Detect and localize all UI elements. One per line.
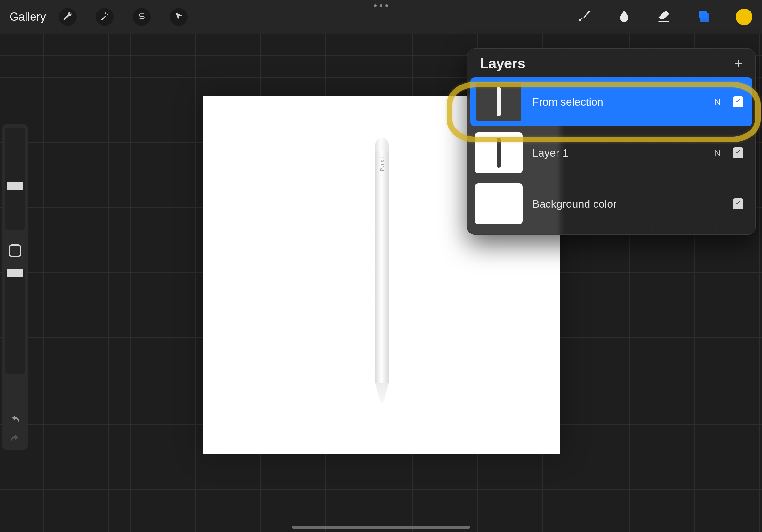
top-toolbar: Gallery [0, 0, 762, 34]
undo-icon [9, 415, 21, 428]
layer-thumbnail[interactable] [475, 81, 523, 122]
layer-row[interactable]: Layer 1 N [470, 128, 752, 177]
smudge-tool-button[interactable] [617, 10, 631, 24]
layers-panel: Layers + From selection N Layer 1 N Back… [467, 48, 756, 235]
wand-icon [100, 12, 110, 22]
brush-opacity-slider[interactable] [5, 269, 25, 374]
undo-button[interactable] [9, 415, 21, 428]
check-icon [734, 98, 741, 106]
slider-thumb[interactable] [7, 182, 23, 190]
cursor-arrow-icon [174, 12, 184, 22]
layer-row[interactable]: From selection N [470, 77, 752, 126]
layer-visibility-checkbox[interactable] [733, 198, 743, 209]
selection-s-icon [137, 12, 146, 22]
wrench-icon [63, 12, 72, 22]
layer-visibility-checkbox[interactable] [733, 147, 743, 158]
pencil-label: Pencil [379, 157, 385, 171]
layer-row[interactable]: Background color [470, 179, 752, 229]
brush-icon [577, 9, 592, 25]
transform-button[interactable] [170, 8, 188, 26]
layer-visibility-checkbox[interactable] [733, 96, 743, 107]
layers-panel-title: Layers [480, 55, 525, 71]
brush-tool-button[interactable] [577, 10, 592, 24]
redo-button[interactable] [9, 434, 21, 446]
add-layer-button[interactable]: + [734, 59, 743, 68]
layer-name-label: Layer 1 [532, 147, 702, 159]
layers-icon [696, 9, 710, 25]
canvas-artwork: Pencil [375, 138, 389, 403]
layer-thumbnail[interactable] [475, 132, 523, 173]
eraser-icon [657, 9, 671, 25]
side-toolbar [2, 124, 28, 450]
check-icon [734, 200, 741, 208]
adjustments-button[interactable] [96, 8, 114, 26]
layers-button[interactable] [696, 10, 710, 24]
layer-blend-mode[interactable]: N [712, 148, 723, 158]
redo-icon [9, 434, 21, 446]
actions-button[interactable] [59, 8, 77, 26]
smudge-icon [617, 9, 631, 25]
selection-button[interactable] [133, 8, 151, 26]
modify-button[interactable] [9, 244, 21, 257]
eraser-tool-button[interactable] [657, 10, 671, 24]
home-indicator [292, 526, 470, 529]
layer-name-label: Background color [532, 198, 702, 210]
layer-thumbnail[interactable] [475, 183, 523, 224]
layer-name-label: From selection [532, 96, 702, 108]
gallery-button[interactable]: Gallery [10, 10, 46, 24]
color-picker-button[interactable] [736, 9, 752, 25]
check-icon [734, 149, 741, 157]
brush-size-slider[interactable] [5, 128, 25, 230]
layer-blend-mode[interactable]: N [712, 97, 723, 107]
slider-thumb[interactable] [7, 269, 23, 277]
multitask-dots[interactable] [374, 4, 388, 7]
